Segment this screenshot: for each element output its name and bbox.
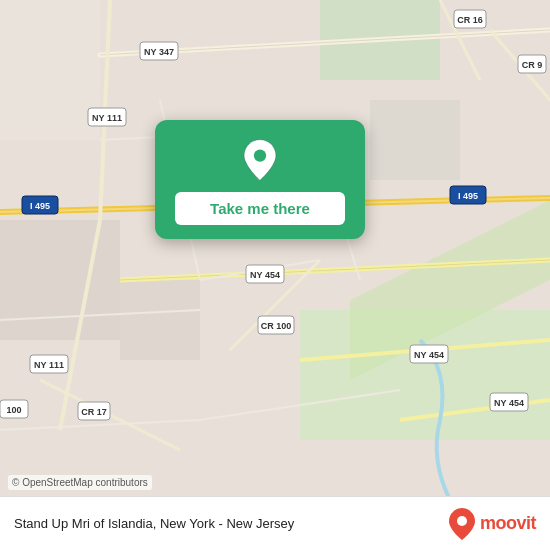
svg-text:100: 100 <box>6 405 21 415</box>
svg-text:CR 100: CR 100 <box>261 321 292 331</box>
moovit-logo: moovit <box>448 507 536 541</box>
map-roads: NY 347 NY 111 NY 111 I 495 I 495 NY 454 … <box>0 0 550 550</box>
moovit-pin-icon <box>448 507 476 541</box>
svg-rect-6 <box>0 0 100 140</box>
svg-text:NY 111: NY 111 <box>92 113 122 123</box>
svg-text:I 495: I 495 <box>458 191 478 201</box>
svg-rect-3 <box>0 220 120 340</box>
svg-text:CR 9: CR 9 <box>522 60 543 70</box>
svg-text:I 495: I 495 <box>30 201 50 211</box>
svg-text:NY 454: NY 454 <box>250 270 280 280</box>
map-container: NY 347 NY 111 NY 111 I 495 I 495 NY 454 … <box>0 0 550 550</box>
svg-text:CR 16: CR 16 <box>457 15 483 25</box>
svg-text:CR 17: CR 17 <box>81 407 107 417</box>
take-me-there-button[interactable]: Take me there <box>175 192 345 225</box>
bottom-bar: Stand Up Mri of Islandia, New York - New… <box>0 496 550 550</box>
location-pin-icon <box>238 138 282 182</box>
copyright-text: © OpenStreetMap contributors <box>8 475 152 490</box>
svg-line-25 <box>0 420 200 430</box>
svg-text:NY 111: NY 111 <box>34 360 64 370</box>
svg-point-54 <box>254 149 266 161</box>
moovit-wordmark: moovit <box>480 513 536 534</box>
svg-text:NY 454: NY 454 <box>414 350 444 360</box>
location-card: Take me there <box>155 120 365 239</box>
svg-rect-5 <box>370 100 460 180</box>
svg-text:NY 347: NY 347 <box>144 47 174 57</box>
svg-text:NY 454: NY 454 <box>494 398 524 408</box>
svg-rect-4 <box>120 280 200 360</box>
svg-point-55 <box>457 516 467 526</box>
location-name: Stand Up Mri of Islandia, New York - New… <box>14 516 294 531</box>
